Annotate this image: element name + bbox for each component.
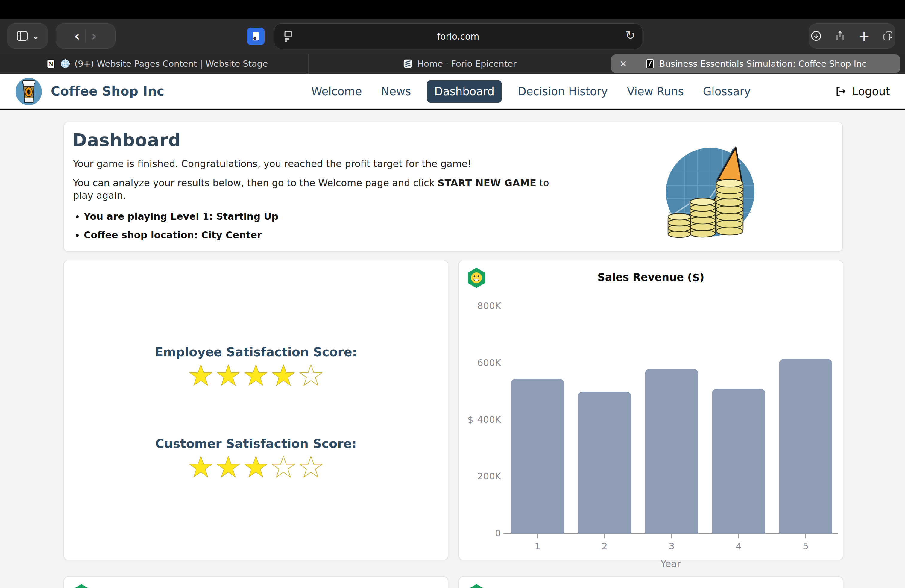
share-button[interactable] <box>834 30 846 42</box>
close-icon[interactable]: ✕ <box>619 59 627 69</box>
employee-stars <box>64 364 448 388</box>
notion-icon: N <box>46 59 56 69</box>
forio-icon <box>403 59 413 69</box>
address-bar[interactable]: forio.com ↻ <box>274 23 642 49</box>
x-tick-mark <box>738 534 739 538</box>
chart-title: Sales Revenue ($) <box>459 271 843 283</box>
nav-item-welcome[interactable]: Welcome <box>308 80 365 103</box>
x-tick-label: 1 <box>526 541 549 551</box>
toolbar-right-group: + <box>809 23 895 49</box>
main-nav: Welcome News Dashboard Decision History … <box>308 74 754 109</box>
browser-toolbar: ⌄ ‹ › forio.com ↻ <box>0 19 905 54</box>
coffee-cup-logo-icon <box>14 76 43 106</box>
sales-revenue-plot: 0200K400K600K800K12345 <box>459 306 844 534</box>
nav-item-glossary[interactable]: Glossary <box>700 80 754 103</box>
divider <box>85 29 86 43</box>
employee-satisfaction-label: Employee Satisfaction Score: <box>64 345 448 359</box>
nav-item-news[interactable]: News <box>378 80 414 103</box>
profit-growth-illustration <box>664 127 757 238</box>
x-tick-label: 2 <box>592 541 616 551</box>
cumulative-profit-card: Cumulative Operating Profit ($) <box>459 576 843 588</box>
nav-item-decision-history[interactable]: Decision History <box>515 80 611 103</box>
sales-revenue-card: Sales Revenue ($) $ 0200K400K600K800K123… <box>459 260 843 561</box>
satisfaction-card: Employee Satisfaction Score: Customer Sa… <box>64 260 448 561</box>
reader-view-icon[interactable] <box>282 30 294 45</box>
bar-year-1 <box>511 379 564 534</box>
x-tick-mark <box>604 534 605 538</box>
slash-favicon <box>645 59 655 69</box>
history-nav: ‹ › <box>56 23 116 49</box>
tab-title: (9+) Website Pages Content | Website Sta… <box>75 59 268 69</box>
password-extension-button[interactable] <box>247 27 265 45</box>
game-info-list: You are playing Level 1: Starting Up Cof… <box>84 211 278 248</box>
start-new-game-text: START NEW GAME <box>438 177 536 189</box>
logout-label: Logout <box>852 85 890 98</box>
tab-title: Business Essentials Simulation: Coffee S… <box>659 59 867 69</box>
y-tick-label: 0 <box>465 528 501 538</box>
brand-name: Coffee Shop Inc <box>51 84 164 99</box>
nav-item-view-runs[interactable]: View Runs <box>624 80 687 103</box>
bar-year-2 <box>578 392 631 534</box>
x-tick-mark <box>805 534 806 538</box>
new-tab-button[interactable]: + <box>858 27 870 44</box>
x-tick-label: 5 <box>794 541 818 551</box>
customer-satisfaction-label: Customer Satisfaction Score: <box>64 437 448 451</box>
star-filled-icon <box>244 364 268 388</box>
list-item: Coffee shop location: City Center <box>84 229 278 241</box>
finish-message: Your game is finished. Congratulations, … <box>73 157 570 170</box>
site-header: Coffee Shop Inc Welcome News Dashboard D… <box>0 74 905 109</box>
x-tick-mark <box>537 534 538 538</box>
forward-button[interactable]: › <box>91 29 97 43</box>
star-filled-icon <box>244 455 268 479</box>
bar-year-5 <box>779 359 832 534</box>
reload-button[interactable]: ↻ <box>625 29 635 42</box>
bar-year-3 <box>645 369 698 534</box>
brand[interactable]: Coffee Shop Inc <box>14 76 164 106</box>
page-title: Dashboard <box>72 130 181 150</box>
tab-forio-home[interactable]: Home · Forio Epicenter <box>310 54 610 74</box>
list-item: You are playing Level 1: Starting Up <box>84 211 278 222</box>
sidebar-icon <box>16 29 29 43</box>
annual-profit-card: Annual Operating Profit ($) <box>64 576 448 588</box>
x-tick-mark <box>671 534 672 538</box>
tab-strip: N (9+) Website Pages Content | Website S… <box>0 54 905 74</box>
page-content: Dashboard Your game is finished. Congrat… <box>0 110 905 588</box>
tab-simulation-active[interactable]: ✕ Business Essentials Simulation: Coffee… <box>611 54 900 73</box>
tab-website-pages[interactable]: N (9+) Website Pages Content | Website S… <box>5 54 309 74</box>
x-tick-label: 4 <box>727 541 751 551</box>
y-tick-label: 800K <box>465 300 501 311</box>
star-filled-icon <box>216 455 240 479</box>
downloads-button[interactable] <box>810 30 822 42</box>
bar-year-4 <box>712 389 765 534</box>
nav-item-dashboard[interactable]: Dashboard <box>427 80 502 103</box>
y-tick-label: 200K <box>465 470 501 482</box>
star-empty-icon <box>272 455 295 479</box>
tab-title: Home · Forio Epicenter <box>417 59 516 69</box>
instructions-prefix: You can analyze your results below, then… <box>73 177 438 189</box>
instructions-message: You can analyze your results below, then… <box>73 176 570 202</box>
star-empty-icon <box>299 364 323 388</box>
tab-overview-button[interactable] <box>882 30 894 42</box>
y-tick-label: 400K <box>465 414 501 425</box>
x-axis-title: Year <box>503 558 838 569</box>
y-tick-label: 600K <box>465 357 501 368</box>
svg-text:N: N <box>49 61 54 67</box>
menu-bar <box>0 0 905 19</box>
sidebar-button[interactable]: ⌄ <box>7 23 48 49</box>
screen: ⌄ ‹ › forio.com ↻ <box>0 0 905 588</box>
lock-document-icon <box>250 30 262 42</box>
star-empty-icon <box>299 455 323 479</box>
back-button[interactable]: ‹ <box>74 29 80 43</box>
chevron-down-icon: ⌄ <box>32 32 39 40</box>
logout-button[interactable]: Logout <box>835 74 890 109</box>
star-filled-icon <box>189 455 213 479</box>
logout-icon <box>835 85 847 97</box>
customer-stars <box>64 455 448 479</box>
globe-icon <box>60 59 70 69</box>
dashboard-summary-card: Dashboard Your game is finished. Congrat… <box>64 122 843 252</box>
x-tick-label: 3 <box>660 541 684 551</box>
star-filled-icon <box>189 364 213 388</box>
happy-face-badge-icon <box>71 583 92 588</box>
url-text: forio.com <box>437 31 479 41</box>
star-filled-icon <box>272 364 295 388</box>
